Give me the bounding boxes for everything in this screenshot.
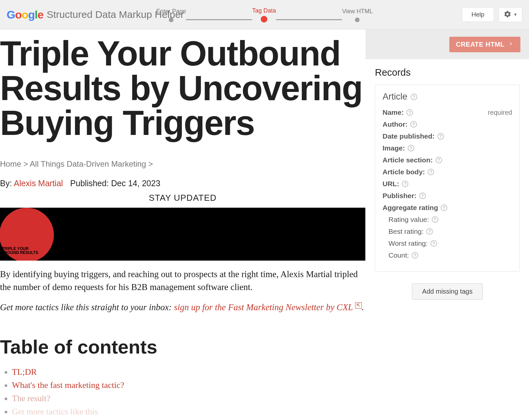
step-label: Tag Data xyxy=(252,7,276,14)
help-icon[interactable] xyxy=(419,192,426,199)
field-publisher[interactable]: Publisher: xyxy=(383,192,512,200)
field-name[interactable]: Name: required xyxy=(383,108,512,116)
field-article-section[interactable]: Article section: xyxy=(383,156,512,164)
toc-item: Get more tactics like this xyxy=(12,407,365,417)
external-link-icon: ⇱ xyxy=(355,302,362,309)
step-label: View HTML xyxy=(342,8,373,15)
chevron-right-icon xyxy=(508,41,514,48)
cta-link[interactable]: sign up for the Fast Marketing Newslette… xyxy=(174,302,353,312)
published-prefix: Published: xyxy=(70,179,109,188)
help-icon[interactable] xyxy=(437,133,444,140)
field-label: Name: xyxy=(383,108,404,116)
field-label: Article section: xyxy=(383,156,433,164)
field-label: Best rating: xyxy=(388,228,424,235)
help-icon[interactable] xyxy=(435,157,442,163)
hero-overlay-text: TRIPLE YOUR TBOUND RESULTS xyxy=(2,247,38,255)
field-author[interactable]: Author: xyxy=(383,120,512,128)
toc-link[interactable]: The result? xyxy=(12,394,50,403)
toc-title: Table of contents xyxy=(0,336,365,358)
step-dot xyxy=(261,16,267,22)
step-line xyxy=(276,19,342,20)
toc-item: TL;DR xyxy=(12,367,365,377)
breadcrumb-home[interactable]: Home xyxy=(0,159,21,168)
help-icon[interactable] xyxy=(432,216,438,223)
cta-period: . xyxy=(362,302,364,312)
toc-item: The result? xyxy=(12,394,365,403)
help-icon[interactable] xyxy=(402,181,408,187)
step-dot xyxy=(169,18,174,22)
content-pane: Triple Your Outbound Results by Uncoveri… xyxy=(0,29,365,420)
field-article-body[interactable]: Article body: xyxy=(383,168,512,176)
step-view-html[interactable]: View HTML xyxy=(342,8,373,22)
field-label: Image: xyxy=(383,144,405,152)
breadcrumb-category[interactable]: All Things Data-Driven Marketing xyxy=(30,159,146,168)
help-icon[interactable] xyxy=(411,94,417,100)
byline-by: By: Alexis Martial xyxy=(0,179,63,188)
cta-line: Get more tactics like this straight to y… xyxy=(0,302,365,313)
create-html-button[interactable]: CREATE HTML xyxy=(449,37,520,52)
breadcrumb: Home > All Things Data-Driven Marketing … xyxy=(0,159,365,169)
published-date[interactable]: Dec 14, 2023 xyxy=(111,179,160,188)
help-icon[interactable] xyxy=(412,252,418,259)
step-dot xyxy=(355,18,360,22)
field-url[interactable]: URL: xyxy=(383,180,512,188)
field-label: Author: xyxy=(383,120,408,128)
main-layout: Triple Your Outbound Results by Uncoveri… xyxy=(0,29,529,420)
field-label: Count: xyxy=(388,251,409,259)
help-icon[interactable] xyxy=(408,145,414,151)
cta-prefix: Get more tactics like this straight to y… xyxy=(0,302,174,312)
breadcrumb-sep: > xyxy=(23,159,30,168)
field-date-published[interactable]: Date published: xyxy=(383,132,512,140)
field-best-rating[interactable]: Best rating: xyxy=(383,228,512,235)
field-image[interactable]: Image: xyxy=(383,144,512,152)
field-label: Article body: xyxy=(383,168,425,176)
field-label: Worst rating: xyxy=(388,239,428,247)
help-icon[interactable] xyxy=(406,109,413,116)
toc-link[interactable]: What's the fast marketing tactic? xyxy=(12,380,124,390)
hero-overlay-line: TBOUND RESULTS xyxy=(2,251,38,255)
gear-icon xyxy=(504,10,511,19)
field-label: Rating value: xyxy=(388,216,429,224)
step-tag-data[interactable]: Tag Data xyxy=(252,7,276,22)
card-title-row: Article xyxy=(383,92,512,102)
settings-button[interactable]: ▼ xyxy=(499,7,522,22)
field-label: Date published: xyxy=(383,132,435,140)
hero-image[interactable]: TRIPLE YOUR TBOUND RESULTS xyxy=(0,208,365,261)
toc-item: What's the fast marketing tactic? xyxy=(12,380,365,390)
author-link[interactable]: Alexis Martial xyxy=(14,179,63,188)
article-title[interactable]: Triple Your Outbound Results by Uncoveri… xyxy=(0,29,365,140)
field-label: URL: xyxy=(383,180,399,188)
help-icon[interactable] xyxy=(427,169,434,175)
toc-link[interactable]: TL;DR xyxy=(12,367,37,377)
help-icon[interactable] xyxy=(410,121,417,128)
side-top-bar: CREATE HTML xyxy=(366,29,529,59)
records-title: Records xyxy=(375,67,520,78)
card-title: Article xyxy=(383,92,407,102)
help-icon[interactable] xyxy=(441,204,447,211)
byline: By: Alexis Martial Published: Dec 14, 20… xyxy=(0,179,365,188)
field-worst-rating[interactable]: Worst rating: xyxy=(383,239,512,247)
field-aggregate-rating[interactable]: Aggregate rating xyxy=(383,204,512,212)
field-count[interactable]: Count: xyxy=(383,251,512,259)
field-label: Aggregate rating xyxy=(383,204,438,212)
byline-published: Published: Dec 14, 2023 xyxy=(70,179,160,188)
help-button[interactable]: Help xyxy=(462,7,494,22)
required-badge: required xyxy=(488,109,512,116)
step-label: Enter Page xyxy=(156,8,186,15)
help-icon[interactable] xyxy=(430,240,437,247)
side-panel: CREATE HTML Records Article Name: requir… xyxy=(365,29,529,420)
toc-list: TL;DR What's the fast marketing tactic? … xyxy=(0,367,365,417)
help-icon[interactable] xyxy=(426,228,433,235)
stay-updated-heading: STAY UPDATED xyxy=(0,193,365,203)
add-missing-tags-button[interactable]: Add missing tags xyxy=(412,283,483,300)
google-logo: Google xyxy=(7,8,43,21)
create-html-label: CREATE HTML xyxy=(456,41,505,48)
toc-link[interactable]: Get more tactics like this xyxy=(12,407,98,416)
header-bar: Google Structured Data Markup Helper Ent… xyxy=(0,0,529,29)
step-enter-page[interactable]: Enter Page xyxy=(156,8,186,22)
article-lede[interactable]: By identifying buying triggers, and reac… xyxy=(0,268,365,294)
progress-stepper: Enter Page Tag Data View HTML xyxy=(156,7,373,22)
field-rating-value[interactable]: Rating value: xyxy=(383,216,512,224)
records-section: Records Article Name: required Author: D… xyxy=(366,59,529,300)
article-schema-card: Article Name: required Author: Date publ… xyxy=(375,85,520,272)
